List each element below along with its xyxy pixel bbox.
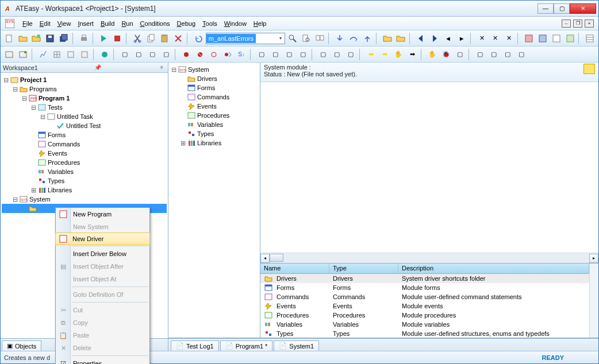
tree-variables[interactable]: Variables	[48, 168, 74, 175]
maximize-button[interactable]: ▢	[554, 3, 570, 14]
tree-procedures[interactable]: Procedures	[48, 159, 80, 166]
dbg4-icon[interactable]: ▢	[297, 48, 309, 61]
win2-icon[interactable]	[536, 32, 549, 45]
sys-drivers[interactable]: Drivers	[197, 75, 217, 82]
tab-objects[interactable]: ▣Objects	[2, 340, 41, 351]
tree-types[interactable]: Types	[48, 177, 64, 184]
t2-9-icon[interactable]: ▢	[132, 48, 145, 61]
open2-icon[interactable]	[30, 32, 43, 45]
sys-events[interactable]: Events	[197, 103, 217, 110]
win4-icon[interactable]	[564, 32, 577, 45]
pin-icon[interactable]: 📌	[92, 64, 103, 71]
hand-icon[interactable]: ✋	[392, 48, 405, 61]
grid-row[interactable]: EventsEventsModule events	[260, 301, 589, 311]
tree-commands[interactable]: Commands	[48, 141, 80, 148]
step-out-icon[interactable]	[361, 32, 374, 45]
tree-task[interactable]: Untitled Task	[57, 113, 93, 120]
t2-6-icon[interactable]	[78, 48, 91, 61]
scroll-thumb[interactable]	[270, 254, 283, 262]
hscrollbar[interactable]: ◂ ▸	[260, 253, 598, 263]
minimize-button[interactable]: —	[537, 3, 554, 14]
cm-properties[interactable]: ☑Properties...	[56, 357, 149, 364]
bp3-icon[interactable]	[208, 48, 220, 61]
open-icon[interactable]	[17, 32, 29, 45]
menu-debug[interactable]: Debug	[174, 19, 199, 28]
grid-row[interactable]: DriversDriversSystem driver shortcuts fo…	[260, 274, 589, 283]
grid-row[interactable]: FormsFormsModule forms	[260, 283, 589, 292]
tree-libraries[interactable]: Libraries	[48, 187, 72, 193]
x1-icon[interactable]: ✕	[475, 32, 488, 45]
bp2-icon[interactable]	[194, 48, 206, 61]
col-name[interactable]: Name	[260, 264, 329, 273]
t2-3-icon[interactable]	[37, 48, 49, 61]
tree-events[interactable]: Events	[48, 150, 67, 157]
bug-icon[interactable]: 🐞	[440, 48, 452, 61]
tree-program1[interactable]: Program 1	[39, 95, 70, 102]
dbg3-icon[interactable]: ▢	[283, 48, 295, 61]
sys-variables[interactable]: Variables	[197, 121, 223, 128]
redhand-icon[interactable]: ✋	[426, 48, 439, 61]
mdi-restore[interactable]: ❐	[573, 20, 582, 28]
dbg2-icon[interactable]: ▢	[269, 48, 282, 61]
sys-forms[interactable]: Forms	[197, 84, 215, 91]
close-button[interactable]: ✕	[570, 3, 596, 14]
cm-new-driver[interactable]: New Driver	[55, 233, 150, 245]
menu-help[interactable]: Help	[250, 19, 270, 28]
sticky-note-icon[interactable]	[583, 64, 595, 74]
dbg5-icon[interactable]: ▢	[317, 48, 329, 61]
menu-conditions[interactable]: Conditions	[137, 19, 174, 28]
find-icon[interactable]	[286, 32, 299, 45]
wnd2-icon[interactable]: ▢	[487, 48, 500, 61]
t2-10-icon[interactable]: ▢	[146, 48, 159, 61]
grid-body[interactable]: DriversDriversSystem driver shortcuts fo…	[260, 274, 589, 338]
search-combo[interactable]: m_anLastErrors ▾	[206, 33, 285, 44]
sys-commands[interactable]: Commands	[197, 94, 229, 100]
t2-1-icon[interactable]	[3, 48, 16, 61]
menu-file[interactable]: File	[19, 19, 36, 28]
arrow1-icon[interactable]: ➡	[364, 48, 377, 61]
fwd2-icon[interactable]: ►	[455, 32, 468, 45]
props-icon[interactable]	[583, 32, 596, 45]
chevron-down-icon[interactable]: ▾	[277, 36, 285, 41]
forward-icon[interactable]	[428, 32, 441, 45]
saveall-icon[interactable]	[57, 32, 70, 45]
cm-insert-driver-below[interactable]: Insert Driver Below	[56, 247, 149, 260]
back2-icon[interactable]: ◄	[442, 32, 455, 45]
wnd4-icon[interactable]: ▢	[515, 48, 528, 61]
t2-7-icon[interactable]	[98, 48, 111, 61]
menu-window[interactable]: Window	[221, 19, 250, 28]
dbg7-icon[interactable]: ▢	[344, 48, 357, 61]
menu-edit[interactable]: Edit	[36, 19, 54, 28]
panel-close-icon[interactable]: ×	[158, 64, 166, 71]
win1-icon[interactable]	[523, 32, 535, 45]
system-menu-icon[interactable]: SYS	[5, 19, 14, 28]
grid-row[interactable]: ProceduresProceduresModule procedures	[260, 311, 589, 320]
tree-tests[interactable]: Tests	[48, 104, 63, 111]
print-icon[interactable]	[78, 32, 90, 45]
tab-system1[interactable]: 📄System1	[274, 340, 319, 351]
new-icon[interactable]	[3, 32, 16, 45]
menu-insert[interactable]: Insert	[74, 19, 97, 28]
tree-forms[interactable]: Forms	[48, 131, 66, 138]
t2-11-icon[interactable]: ▢	[160, 48, 172, 61]
tab-testlog1[interactable]: 📄Test Log1	[171, 340, 219, 351]
x3-icon[interactable]: ✕	[503, 32, 516, 45]
delete-icon[interactable]	[172, 32, 185, 45]
scroll-left-icon[interactable]: ◂	[260, 254, 270, 263]
col-type[interactable]: Type	[329, 264, 398, 273]
menu-run[interactable]: Run	[118, 19, 136, 28]
step-over-icon[interactable]	[347, 32, 360, 45]
menu-view[interactable]: View	[54, 19, 75, 28]
wnd3-icon[interactable]: ▢	[501, 48, 514, 61]
grid-row[interactable]: TypesTypesModule user-defined structures…	[260, 329, 589, 338]
cm-new-program[interactable]: New Program	[56, 208, 149, 220]
grid-row[interactable]: CommandsCommandsModule user-defined comm…	[260, 292, 589, 301]
copy-icon[interactable]	[145, 32, 158, 45]
find-all-icon[interactable]	[314, 32, 327, 45]
tree-test[interactable]: Untitled Test	[66, 122, 101, 129]
dbg1-icon[interactable]: ▢	[255, 48, 268, 61]
find-file-icon[interactable]	[300, 32, 313, 45]
scroll-right-icon[interactable]: ▸	[589, 254, 598, 263]
t2-5-icon[interactable]	[64, 48, 77, 61]
tree-system[interactable]: System	[29, 196, 51, 203]
